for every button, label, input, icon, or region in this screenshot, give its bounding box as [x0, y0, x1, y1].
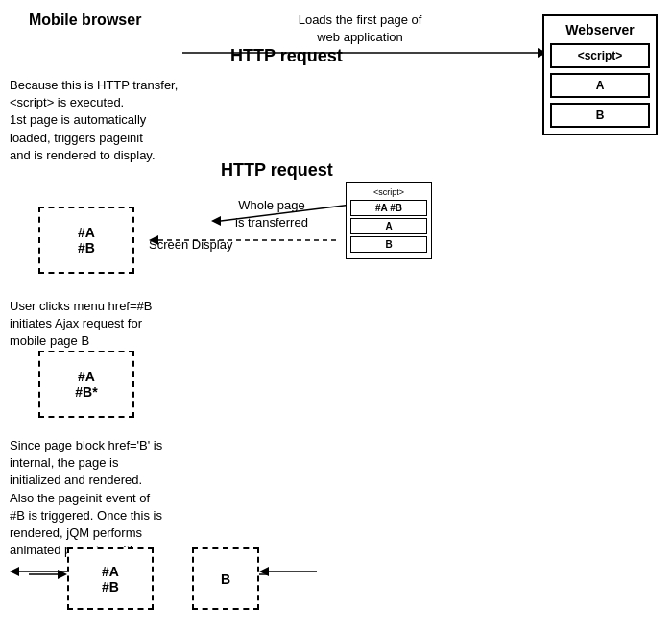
http-request-2-label: HTTP request	[221, 158, 333, 182]
mini-ab-box: #A #B	[350, 200, 427, 216]
svg-marker-11	[10, 567, 19, 576]
user-clicks-text: User clicks menu href=#B initiates Ajax …	[10, 298, 211, 351]
ws-b-box: B	[550, 103, 650, 128]
ws-script-box: <script>	[550, 43, 650, 68]
since-page-text: Since page block href='B' is internal, t…	[10, 437, 230, 559]
ajax-box: #A #B*	[38, 351, 134, 418]
loads-first-page-label: Loads the first page of web application	[283, 12, 437, 46]
screen-display-label: Screen Display	[149, 236, 232, 254]
http-transfer-text: Because this is HTTP transfer, <script> …	[10, 77, 202, 164]
mobile-browser-label: Mobile browser	[29, 10, 141, 31]
final-right-box: B	[192, 547, 259, 610]
left-arrow-svg	[10, 557, 72, 586]
final-left-box: #A #B	[67, 547, 154, 610]
webserver-panel: Webserver <script> A B	[542, 14, 658, 135]
mini-b-box: B	[350, 236, 427, 253]
svg-marker-13	[259, 567, 269, 576]
whole-page-label: Whole page is transferred	[235, 197, 308, 231]
ws-a-box: A	[550, 73, 650, 98]
webserver-title: Webserver	[550, 22, 650, 37]
mini-a-box: A	[350, 218, 427, 234]
svg-marker-3	[211, 216, 221, 226]
http-request-1-label: HTTP request	[230, 44, 343, 68]
mini-script-label: <script>	[350, 187, 427, 197]
right-arrow-svg	[259, 557, 322, 586]
screen-display-box: #A #B	[38, 207, 134, 274]
mini-index-panel: <script> #A #B A B	[346, 182, 432, 259]
diagram: Mobile browser Webserver <script> A B Lo…	[0, 0, 672, 632]
